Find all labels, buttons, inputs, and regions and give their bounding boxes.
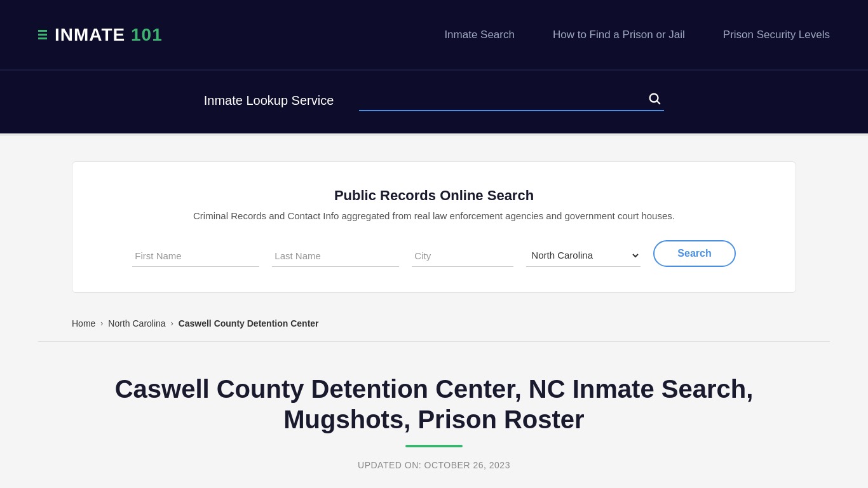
last-name-field	[272, 245, 399, 267]
lookup-label: Inmate Lookup Service	[204, 93, 334, 108]
breadcrumb-divider	[38, 341, 830, 342]
logo[interactable]: INMATE 101	[38, 25, 163, 45]
card-description: Criminal Records and Contact Info aggreg…	[104, 210, 764, 221]
nav-security-levels[interactable]: Prison Security Levels	[723, 29, 830, 41]
breadcrumb: Home › North Carolina › Caswell County D…	[72, 312, 796, 335]
nav-find-prison[interactable]: How to Find a Prison or Jail	[553, 29, 685, 41]
first-name-input[interactable]	[132, 245, 259, 267]
state-field: North CarolinaAlabamaAlaskaArizonaArkans…	[526, 244, 641, 267]
breadcrumb-home[interactable]: Home	[72, 318, 95, 329]
breadcrumb-current: Caswell County Detention Center	[179, 318, 319, 329]
lookup-search-input[interactable]	[359, 90, 645, 107]
records-search-button[interactable]: Search	[653, 240, 735, 267]
card-title: Public Records Online Search	[104, 187, 764, 204]
updated-text: UPDATED ON: OCTOBER 26, 2023	[72, 460, 796, 470]
page-title-section: Caswell County Detention Center, NC Inma…	[72, 361, 796, 477]
search-icon	[648, 92, 661, 105]
breadcrumb-sep-1: ›	[100, 319, 103, 328]
logo-text: INMATE 101	[55, 25, 163, 45]
nav-links: Inmate Search How to Find a Prison or Ja…	[444, 29, 830, 41]
search-form: North CarolinaAlabamaAlaskaArizonaArkans…	[104, 240, 764, 267]
search-bar-section: Inmate Lookup Service	[0, 70, 868, 133]
search-input-container	[359, 90, 664, 111]
page-title-underline	[405, 445, 463, 447]
breadcrumb-sep-2: ›	[171, 319, 173, 328]
last-name-input[interactable]	[272, 245, 399, 267]
city-input[interactable]	[412, 245, 513, 267]
lookup-search-button[interactable]	[645, 92, 664, 105]
breadcrumb-state[interactable]: North Carolina	[108, 318, 165, 329]
main-content: Public Records Online Search Criminal Re…	[0, 136, 868, 488]
first-name-field	[132, 245, 259, 267]
nav-inmate-search[interactable]: Inmate Search	[444, 29, 515, 41]
logo-icon	[38, 30, 47, 39]
page-main-title: Caswell County Detention Center, NC Inma…	[72, 374, 796, 435]
public-records-card: Public Records Online Search Criminal Re…	[72, 161, 796, 293]
top-nav: INMATE 101 Inmate Search How to Find a P…	[0, 0, 868, 70]
svg-line-1	[658, 101, 660, 104]
city-field	[412, 245, 513, 267]
state-select[interactable]: North CarolinaAlabamaAlaskaArizonaArkans…	[526, 244, 641, 267]
